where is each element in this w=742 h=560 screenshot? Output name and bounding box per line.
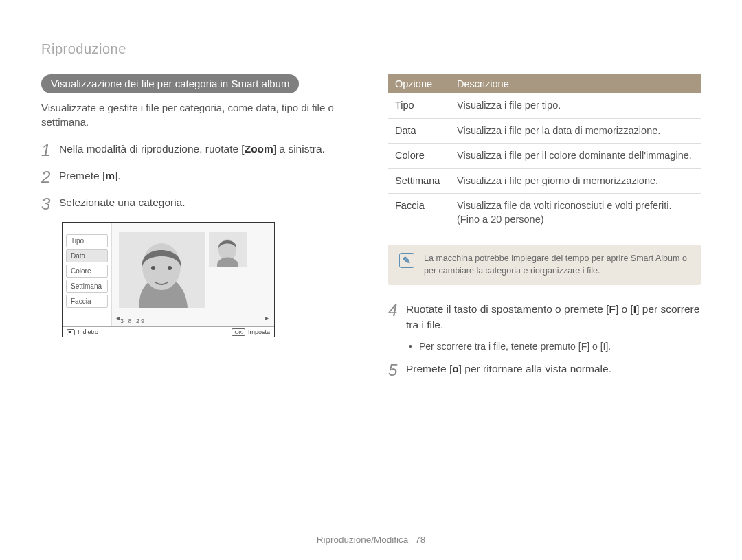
- face-icon: [209, 232, 247, 267]
- step-5-pre: Premete [: [406, 363, 452, 374]
- step-4-mid: ] o [: [616, 303, 633, 315]
- camera-back-label: Indietro: [78, 328, 98, 335]
- step-4: 4 Ruotate il tasto di spostamento o prem…: [388, 302, 701, 333]
- menu-item-colore: Colore: [66, 265, 108, 278]
- desc-cell: Visualizza file da volti riconosciuti e …: [450, 194, 701, 232]
- step-1-bold: Zoom: [245, 143, 273, 155]
- step-3-text: Selezionate una categoria.: [59, 195, 186, 210]
- step-5: 5 Premete [o] per ritornare alla vista n…: [388, 361, 701, 379]
- camera-set-label: Imposta: [248, 328, 270, 335]
- camera-arrow-left-icon: ◂: [116, 314, 120, 322]
- intro-text: Visualizzate e gestite i file per catego…: [41, 100, 354, 129]
- table-row: TipoVisualizza i file per tipo.: [388, 93, 701, 118]
- table-row: FacciaVisualizza file da volti riconosci…: [388, 194, 701, 232]
- camera-arrow-right-icon: ▸: [265, 314, 269, 322]
- footer-page: 78: [415, 535, 425, 545]
- svg-point-3: [168, 266, 172, 270]
- step-4-b1: F: [609, 303, 616, 315]
- table-row: SettimanaVisualizza i file per giorno di…: [388, 168, 701, 194]
- opt-cell: Colore: [388, 144, 450, 169]
- camera-screenshot: Tipo Data Colore Settimana Faccia: [62, 222, 275, 337]
- step-1: Nella modalità di riproduzione, ruotate …: [41, 142, 354, 159]
- table-row: DataVisualizza i file per la data di mem…: [388, 118, 701, 144]
- step-5-post: ] per ritornare alla vista normale.: [459, 363, 611, 374]
- step-2-text-post: ].: [115, 170, 121, 181]
- step-4-sub-mid: ] o [: [587, 341, 603, 352]
- two-column-layout: Visualizzazione dei ﬁle per categoria in…: [41, 74, 701, 387]
- camera-date-line: 3 8 29: [120, 317, 146, 324]
- desc-cell: Visualizza i file per giorno di memorizz…: [450, 168, 701, 194]
- menu-item-faccia: Faccia: [66, 295, 108, 308]
- opt-cell: Settimana: [388, 168, 450, 194]
- step-1-text-pre: Nella modalità di riproduzione, ruotate …: [59, 143, 245, 155]
- step-3: Selezionate una categoria.: [41, 195, 354, 212]
- steps-right-2: 5 Premete [o] per ritornare alla vista n…: [388, 361, 701, 379]
- th-descrizione: Descrizione: [450, 74, 701, 93]
- menu-item-tipo: Tipo: [66, 234, 108, 247]
- note-box: ✎ La macchina potrebbe impiegare del tem…: [388, 245, 701, 285]
- desc-cell: Visualizza i file per il colore dominant…: [450, 144, 701, 169]
- step-2: Premete [m].: [41, 168, 354, 186]
- opt-cell: Faccia: [388, 194, 450, 232]
- menu-item-settimana: Settimana: [66, 280, 108, 293]
- thumb-large: [119, 232, 205, 308]
- step-4-sub-b1: F: [581, 341, 587, 352]
- face-icon: [119, 232, 205, 308]
- step-1-text-post: ] a sinistra.: [273, 143, 325, 155]
- menu-item-data: Data: [66, 249, 108, 262]
- step-2-text-pre: Premete [: [59, 170, 105, 181]
- opt-cell: Tipo: [388, 93, 450, 118]
- right-column: Opzione Descrizione TipoVisualizza i fil…: [388, 74, 701, 387]
- note-text: La macchina potrebbe impiegare del tempo…: [424, 253, 690, 277]
- desc-cell: Visualizza i file per la data di memoriz…: [450, 118, 701, 144]
- steps-right: 4 Ruotate il tasto di spostamento o prem…: [388, 302, 701, 333]
- step-5-bold: o: [452, 363, 458, 374]
- opt-cell: Data: [388, 118, 450, 144]
- left-column: Visualizzazione dei ﬁle per categoria in…: [41, 74, 354, 387]
- page: Riproduzione Visualizzazione dei ﬁle per…: [0, 0, 742, 560]
- step-4-pre: Ruotate il tasto di spostamento o premet…: [406, 303, 609, 315]
- back-key-icon: [67, 329, 75, 335]
- steps-left: Nella modalità di riproduzione, ruotate …: [41, 142, 354, 212]
- subsection-pill: Visualizzazione dei ﬁle per categoria in…: [41, 74, 299, 93]
- step-2-bold: m: [105, 170, 115, 181]
- camera-back-button: Indietro: [67, 328, 98, 335]
- page-footer: Riproduzione/Modifica 78: [0, 535, 742, 545]
- section-header: Riproduzione: [41, 41, 701, 57]
- desc-cell: Visualizza i file per tipo.: [450, 93, 701, 118]
- step-4-sub-post: ].: [605, 341, 611, 352]
- thumb-small: [209, 232, 247, 267]
- table-row: ColoreVisualizza i file per il colore do…: [388, 144, 701, 169]
- camera-ok-button: OK Imposta: [232, 328, 270, 336]
- options-table: Opzione Descrizione TipoVisualizza i fil…: [388, 74, 701, 232]
- th-opzione: Opzione: [388, 74, 450, 93]
- camera-menu: Tipo Data Colore Settimana Faccia: [63, 223, 112, 337]
- ok-key-icon: OK: [232, 328, 245, 336]
- step-4-sub-pre: Per scorrere tra i file, tenete premuto …: [419, 341, 581, 352]
- camera-bottom-bar: Indietro OK Imposta: [63, 326, 274, 337]
- note-icon: ✎: [399, 253, 414, 268]
- svg-point-2: [151, 266, 155, 270]
- step-4-sub: Per scorrere tra i file, tenete premuto …: [409, 341, 701, 352]
- footer-section: Riproduzione/Modifica: [317, 535, 409, 545]
